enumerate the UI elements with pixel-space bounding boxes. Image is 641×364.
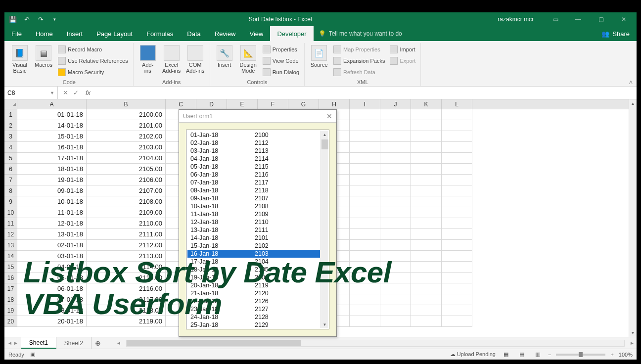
cell[interactable] [350, 218, 380, 229]
cell[interactable] [380, 207, 411, 218]
next-sheet-icon[interactable]: ► [13, 340, 18, 346]
cell[interactable]: 2107.00 [87, 185, 166, 196]
cell[interactable]: 2100.00 [87, 109, 166, 120]
cell[interactable]: 2102.00 [87, 131, 166, 142]
cell[interactable]: 15-01-18 [17, 131, 87, 142]
macro-record-status-icon[interactable]: ▣ [30, 351, 35, 358]
collapse-ribbon-icon[interactable]: ᐱ [626, 43, 636, 86]
row-header[interactable]: 17 [4, 283, 17, 294]
list-item[interactable]: 23-Jan-182127 [187, 305, 320, 313]
cell[interactable]: 05-01-18 [17, 273, 87, 283]
row-header[interactable]: 18 [4, 294, 17, 305]
col-header-I[interactable]: I [350, 99, 380, 109]
cell[interactable] [350, 316, 380, 327]
cell[interactable] [442, 153, 472, 164]
cell[interactable] [380, 262, 411, 273]
list-item[interactable]: 14-Jan-182101 [187, 234, 320, 242]
export-button[interactable]: Export [388, 55, 417, 66]
cell[interactable] [380, 316, 411, 327]
redo-icon[interactable]: ↷ [35, 14, 46, 25]
tab-view[interactable]: View [242, 26, 270, 41]
ribbon-options-icon[interactable]: ▭ [545, 12, 566, 26]
cell[interactable]: 2117.00 [87, 294, 166, 305]
listbox[interactable]: 01-Jan-18210002-Jan-18211203-Jan-1821130… [186, 130, 329, 329]
cell[interactable]: 12-01-18 [17, 218, 87, 229]
tab-developer[interactable]: Developer [270, 26, 313, 41]
cell[interactable] [411, 207, 442, 218]
list-item[interactable]: 02-Jan-182112 [187, 139, 320, 147]
macros-button[interactable]: ▤Macros [32, 43, 55, 68]
cell[interactable] [350, 229, 380, 240]
cell[interactable] [380, 283, 411, 294]
cell[interactable]: 03-01-18 [17, 251, 87, 262]
cell[interactable] [442, 283, 472, 294]
tab-insert[interactable]: Insert [60, 26, 90, 41]
cell[interactable]: 07-01-18 [17, 294, 87, 305]
row-header[interactable]: 5 [4, 153, 17, 164]
cell[interactable] [350, 109, 380, 120]
cell[interactable] [442, 164, 472, 175]
cell[interactable] [350, 175, 380, 185]
cell[interactable] [380, 142, 411, 153]
add-sheet-button[interactable]: ⊕ [92, 339, 104, 347]
cell[interactable]: 10-01-18 [17, 196, 87, 207]
excel-addins-button[interactable]: Excel Add-ins [160, 43, 183, 74]
list-item[interactable]: 24-Jan-182128 [187, 313, 320, 321]
lb-scroll-thumb[interactable] [321, 139, 328, 149]
userform-window[interactable]: UserForm1 ✕ 01-Jan-18210002-Jan-18211203… [179, 109, 337, 337]
cell[interactable]: 01-01-18 [17, 109, 87, 120]
cell[interactable] [411, 229, 442, 240]
share-button[interactable]: 👥Share [595, 26, 637, 41]
cell[interactable] [350, 294, 380, 305]
cell[interactable]: 2103.00 [87, 142, 166, 153]
cell[interactable]: 08-01-18 [17, 305, 87, 316]
maximize-icon[interactable]: ▢ [590, 12, 612, 26]
cell[interactable]: 2104.00 [87, 153, 166, 164]
cell[interactable] [380, 273, 411, 283]
sheet-tab-2[interactable]: Sheet2 [56, 337, 92, 349]
row-header[interactable]: 12 [4, 229, 17, 240]
cell[interactable] [380, 109, 411, 120]
user-name[interactable]: razakmcr mcr [498, 16, 534, 23]
addins-button[interactable]: Add- ins [137, 43, 159, 74]
record-macro-button[interactable]: Record Macro [56, 44, 130, 55]
list-item[interactable]: 20-Jan-182119 [187, 281, 320, 289]
cell[interactable] [380, 131, 411, 142]
cell[interactable]: 2114.00 [87, 262, 166, 273]
cell[interactable] [350, 240, 380, 251]
list-item[interactable]: 19-Jan-182106 [187, 273, 320, 281]
cell[interactable] [350, 305, 380, 316]
cell[interactable]: 14-01-18 [17, 120, 87, 131]
col-header-K[interactable]: K [411, 99, 442, 109]
design-mode-button[interactable]: 📐Design Mode [237, 43, 260, 74]
cell[interactable] [350, 164, 380, 175]
cell[interactable] [380, 229, 411, 240]
row-header[interactable]: 11 [4, 218, 17, 229]
cell[interactable] [350, 131, 380, 142]
row-header[interactable]: 3 [4, 131, 17, 142]
cell[interactable] [350, 207, 380, 218]
horizontal-scrollbar[interactable] [126, 340, 625, 347]
list-item[interactable]: 15-Jan-182102 [187, 242, 320, 250]
normal-view-icon[interactable]: ▦ [501, 350, 511, 359]
cell[interactable] [350, 142, 380, 153]
cell[interactable] [442, 109, 472, 120]
cell[interactable] [411, 131, 442, 142]
tab-home[interactable]: Home [29, 26, 60, 41]
tab-data[interactable]: Data [180, 26, 207, 41]
zoom-level[interactable]: 100% [619, 352, 633, 358]
cell[interactable] [350, 185, 380, 196]
save-icon[interactable]: 💾 [7, 14, 18, 25]
cell[interactable] [350, 262, 380, 273]
row-header[interactable]: 8 [4, 185, 17, 196]
cell[interactable]: 2115.00 [87, 273, 166, 283]
row-header[interactable]: 15 [4, 262, 17, 273]
cell[interactable] [442, 240, 472, 251]
enter-formula-icon[interactable]: ✓ [73, 89, 79, 96]
col-header-G[interactable]: G [288, 99, 319, 109]
zoom-in-icon[interactable]: + [610, 352, 613, 358]
map-properties-button[interactable]: Map Properties [331, 44, 387, 55]
col-header-D[interactable]: D [196, 99, 227, 109]
cell[interactable] [442, 273, 472, 283]
list-item[interactable]: 05-Jan-182115 [187, 163, 320, 171]
